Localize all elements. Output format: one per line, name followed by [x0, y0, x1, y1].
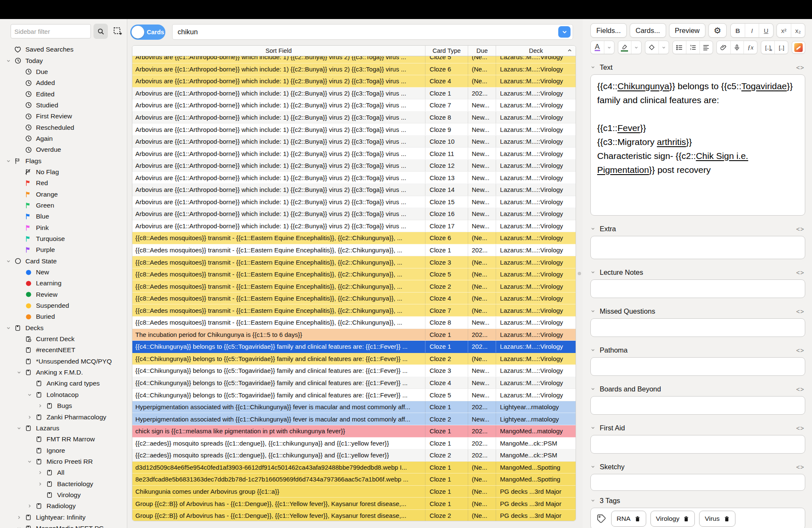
trash-icon[interactable] [683, 516, 689, 522]
sidebar-item-first-review[interactable]: First Review [0, 111, 127, 122]
table-row[interactable]: Arbovirus are {{c1::Arthropod-borne}} wh… [132, 88, 576, 100]
sidebar-item-ignore[interactable]: Ignore [0, 445, 127, 456]
field-input-pathoma[interactable] [590, 357, 805, 376]
chevron-right-icon[interactable] [27, 415, 35, 420]
sidebar-item-new[interactable]: New [0, 267, 127, 278]
field-header-sketchy[interactable]: Sketchy<> [590, 462, 804, 471]
sidebar-item-bacteriology[interactable]: Bacteriology [0, 478, 127, 489]
sidebar-item-all[interactable]: All [0, 467, 127, 478]
sidebar-item-virology[interactable]: Virology [0, 490, 127, 501]
field-input-sketchy[interactable] [590, 474, 805, 491]
cards-notes-toggle[interactable]: Cards [130, 25, 165, 40]
sidebar-item-saved-searches[interactable]: Saved Searches [0, 44, 127, 55]
table-row[interactable]: The incubation period for Chikungunya is… [132, 329, 576, 341]
sidebar-item-radiology[interactable]: Radiology [0, 501, 127, 512]
search-input[interactable] [173, 28, 558, 36]
sidebar-item-mangomedic-neet-pg[interactable]: MangoMedic NEET PG [0, 523, 127, 528]
sidebar-item-buried[interactable]: Buried [0, 311, 127, 322]
sidebar-item-orange[interactable]: Orange [0, 189, 127, 200]
field-header-first-aid[interactable]: First Aid<> [590, 423, 804, 432]
table-row[interactable]: {{c8::Aedes mosquitoes}} transmit - {{c1… [132, 232, 576, 244]
table-row[interactable]: chick sign is {{c1::melasma like pigment… [132, 425, 576, 438]
equation-button[interactable]: ƒx [743, 41, 757, 54]
table-row[interactable]: {{c8::Aedes mosquitoes}} transmit - {{c1… [132, 280, 576, 293]
table-row[interactable]: {{c4::Chikungunya}} belongs to {{c5::Tog… [132, 353, 576, 365]
chevron-down-icon[interactable] [27, 392, 35, 397]
highlight-color-dropdown[interactable] [631, 41, 641, 54]
html-editor-icon[interactable]: <> [796, 347, 804, 354]
sidebar-item-flags[interactable]: Flags [0, 155, 127, 166]
table-row[interactable]: Hyperpigmentation associated with {{c1::… [132, 401, 576, 413]
superscript-button[interactable]: x² [777, 24, 791, 37]
sidebar-item-green[interactable]: Green [0, 200, 127, 211]
sidebar-item-lightyear-infinity[interactable]: Lightyear: Infinity [0, 512, 127, 523]
field-header-boards-and-beyond[interactable]: Boards and Beyond<> [590, 384, 804, 394]
sidebar-item-fmt-rr-marrow[interactable]: FMT RR Marrow [0, 434, 127, 445]
sidebar-item-studied[interactable]: Studied [0, 100, 127, 111]
tags-header[interactable]: 3 Tags [590, 496, 804, 505]
table-row[interactable]: Arbovirus are {{c1::Arthropod-borne}} wh… [132, 75, 576, 88]
html-editor-icon[interactable]: <> [796, 308, 804, 315]
chevron-right-icon[interactable] [38, 481, 46, 487]
sidebar-item-anking-card-types[interactable]: AnKing card types [0, 378, 127, 389]
remove-formatting-dropdown[interactable] [658, 41, 669, 54]
chevron-right-icon[interactable] [27, 503, 35, 509]
chevron-down-icon[interactable] [6, 326, 14, 331]
table-row[interactable]: Arbovirus are {{c1::Arthropod-borne}} wh… [132, 160, 576, 172]
column-header-card-type[interactable]: Card Type [425, 46, 468, 56]
chevron-down-icon[interactable] [16, 370, 25, 375]
html-editor-icon[interactable]: <> [796, 463, 804, 471]
column-header-due[interactable]: Due [468, 46, 496, 56]
sidebar-item-suspended[interactable]: Suspended [0, 300, 127, 311]
text-color-dropdown[interactable] [604, 41, 614, 54]
sidebar-item-card-state[interactable]: Card State [0, 256, 127, 267]
image-occlusion-button[interactable] [792, 41, 805, 54]
trash-icon[interactable] [634, 516, 641, 522]
sidebar-item-blue[interactable]: Blue [0, 211, 127, 222]
table-row[interactable]: Arbovirus are {{c1::Arthropod-borne}} wh… [132, 184, 576, 196]
table-row[interactable]: Arbovirus are {{c1::Arthropod-borne}} wh… [132, 99, 576, 112]
chevron-down-icon[interactable] [16, 526, 25, 528]
sidebar-item-pink[interactable]: Pink [0, 222, 127, 233]
table-row[interactable]: Arbovirus are {{c1::Arthropod-borne}} wh… [132, 172, 576, 184]
sidebar-item--recentneet[interactable]: #recentNEET [0, 345, 127, 356]
chevron-down-icon[interactable] [6, 58, 14, 63]
table-row[interactable]: {{c2::aedes}} mosquito spreads {{c1::den… [132, 449, 576, 462]
chevron-right-icon[interactable] [16, 515, 25, 520]
sidebar-item-lazarus[interactable]: Lazarus [0, 423, 127, 434]
table-row[interactable]: {{c8::Aedes mosquitoes}} transmit - {{c1… [132, 317, 576, 329]
editor-settings-button[interactable]: ⚙ [708, 23, 727, 38]
highlight-color-button[interactable] [618, 41, 631, 54]
table-row[interactable]: Group {{c2::B}} of Arbovirus has - {{c1:… [132, 510, 576, 521]
table-row[interactable]: Arbovirus are {{c1::Arthropod-borne}} wh… [132, 136, 576, 148]
field-header-extra[interactable]: Extra<> [590, 224, 804, 233]
chevron-right-icon[interactable] [38, 470, 46, 475]
sidebar-item-turquoise[interactable]: Turquoise [0, 233, 127, 244]
sidebar-item-no-flag[interactable]: No Flag [0, 167, 127, 178]
column-header-sort-field[interactable]: Sort Field [132, 46, 425, 56]
table-row[interactable]: Arbovirus are {{c1::Arthropod-borne}} wh… [132, 220, 576, 233]
html-editor-icon[interactable]: <> [796, 424, 804, 432]
sidebar-item-micro-preeti-rr[interactable]: Micro Preeti RR [0, 456, 127, 467]
table-row[interactable]: {{c2::aedes}} mosquito spreads {{c1::den… [132, 438, 576, 450]
field-input-first-aid[interactable] [590, 435, 805, 454]
chevron-down-icon[interactable] [16, 426, 25, 431]
chevron-down-icon[interactable] [27, 459, 35, 464]
table-row[interactable]: Arbovirus are {{c1::Arthropod-borne}} wh… [132, 208, 576, 220]
sidebar-filter-input[interactable] [11, 24, 91, 38]
tags-box[interactable]: RNAVirologyVirus [590, 508, 805, 528]
sidebar-item-current-deck[interactable]: Current Deck [0, 334, 127, 345]
marquee-select-button[interactable] [111, 25, 124, 38]
field-header-pathoma[interactable]: Pathoma<> [590, 345, 804, 355]
html-editor-icon[interactable]: <> [796, 225, 804, 233]
bullet-list-button[interactable] [673, 41, 686, 54]
table-row[interactable]: {{c8::Aedes mosquitoes}} transmit - {{c1… [132, 256, 576, 268]
record-audio-button[interactable] [730, 41, 744, 54]
field-header-lecture-notes[interactable]: Lecture Notes<> [590, 268, 804, 277]
column-header-deck[interactable]: Deck [496, 46, 576, 56]
sidebar-item-decks[interactable]: Decks [0, 323, 127, 334]
table-row[interactable]: {{c8::Aedes mosquitoes}} transmit - {{c1… [132, 244, 576, 257]
sidebar-item-learning[interactable]: Learning [0, 278, 127, 289]
field-header-missed-questions[interactable]: Missed Questions<> [590, 306, 804, 316]
table-row[interactable]: {{c8::Aedes mosquitoes}} transmit - {{c1… [132, 268, 576, 281]
